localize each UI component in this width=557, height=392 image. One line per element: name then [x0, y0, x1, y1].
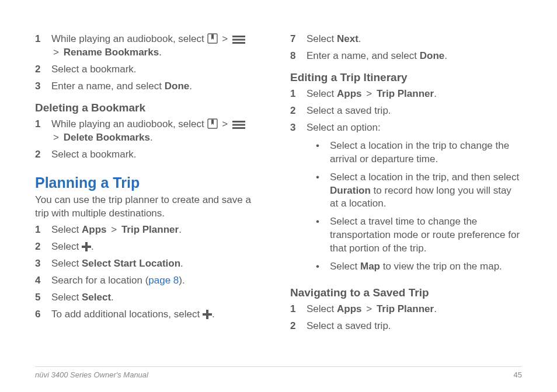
- step-number: 8: [290, 50, 307, 63]
- step-number: 2: [35, 148, 51, 162]
- heading-navigating-saved-trip: Navigating to a Saved Trip: [290, 286, 522, 299]
- heading-editing-itinerary: Editing a Trip Itinerary: [290, 71, 522, 84]
- text-run: Select a location in the trip, and then …: [330, 172, 519, 183]
- text-run: .: [189, 80, 192, 92]
- step-text: Select Next.: [307, 33, 522, 46]
- bullet-item: •Select a location in the trip, and then…: [312, 171, 522, 211]
- text-run: .: [212, 309, 215, 320]
- text-run: Search for a location (: [51, 275, 148, 286]
- step-number: 1: [290, 88, 307, 101]
- list-item: 1 Select Apps > Trip Planner.: [290, 303, 522, 316]
- plus-icon: [82, 242, 91, 251]
- list-item: 3 Select Select Start Location.: [35, 257, 267, 271]
- text-run: .: [159, 47, 162, 58]
- step-number: 2: [290, 104, 307, 118]
- svg-rect-7: [232, 127, 245, 129]
- step-text: Select a bookmark.: [51, 148, 267, 162]
- manual-page: 1 While playing an audiobook, select > >…: [0, 0, 557, 392]
- bold-text: Done: [420, 50, 445, 61]
- text-run: Select: [51, 241, 82, 252]
- edit-options-list: •Select a location in the trip to change…: [307, 139, 522, 274]
- step-text: Select an option: •Select a location in …: [307, 121, 522, 278]
- step-number: 1: [35, 223, 51, 237]
- separator: >: [53, 132, 59, 143]
- bullet-item: •Select a travel time to change the tran…: [312, 215, 522, 256]
- step-text: Search for a location (page 8).: [51, 274, 267, 288]
- bold-text: Delete Bookmarks: [64, 132, 150, 143]
- bold-text: Trip Planner: [377, 88, 434, 99]
- bold-text: Rename Bookmarks: [64, 47, 159, 58]
- step-number: 7: [290, 33, 307, 46]
- bullet-dot: •: [312, 260, 330, 274]
- planning-intro: You can use the trip planner to create a…: [35, 194, 267, 220]
- svg-rect-11: [203, 313, 212, 316]
- text-run: .: [444, 50, 447, 61]
- bold-text: Map: [360, 261, 380, 272]
- text-run: While playing an audiobook, select: [51, 33, 207, 44]
- step-number: 1: [35, 33, 51, 46]
- list-item: 3 Enter a name, and select Done.: [35, 80, 267, 93]
- bullet-text: Select a travel time to change the trans…: [330, 215, 522, 256]
- menu-icon: [232, 121, 245, 129]
- svg-rect-5: [232, 121, 245, 123]
- planning-trip-steps: 1 Select Apps > Trip Planner. 2 Select .…: [35, 223, 267, 321]
- bullet-text: Select a location in the trip, and then …: [330, 171, 522, 211]
- separator: >: [366, 88, 372, 99]
- step-text: While playing an audiobook, select > > R…: [51, 33, 267, 60]
- list-item: 2 Select a saved trip.: [290, 320, 522, 333]
- step-text: Select Select Start Location.: [51, 257, 267, 271]
- list-item: 1 Select Apps > Trip Planner.: [35, 223, 267, 237]
- columns: 1 While playing an audiobook, select > >…: [35, 29, 522, 337]
- bookmark-ribbon-icon: [207, 33, 218, 44]
- text-run: Enter a name, and select: [51, 80, 165, 92]
- step-text: Select Select.: [51, 291, 267, 304]
- footer-title: nüvi 3400 Series Owner's Manual: [35, 370, 148, 379]
- step-number: 3: [35, 257, 51, 271]
- step-number: 4: [35, 274, 51, 288]
- text-run: to view the trip on the map.: [380, 261, 502, 272]
- text-run: Select: [330, 261, 360, 272]
- list-item: 2 Select a saved trip.: [290, 104, 522, 118]
- separator: >: [53, 47, 59, 58]
- text-run: While playing an audiobook, select: [51, 118, 207, 130]
- list-item: 7 Select Next.: [290, 33, 522, 46]
- text-run: .: [111, 292, 114, 303]
- step-text: Enter a name, and select Done.: [307, 50, 522, 63]
- text-run: .: [434, 303, 437, 314]
- list-item: 2 Select .: [35, 240, 267, 254]
- step-text: Enter a name, and select Done.: [51, 80, 267, 93]
- svg-rect-2: [232, 39, 245, 41]
- list-item: 2 Select a bookmark.: [35, 63, 267, 76]
- bold-text: Next: [337, 33, 358, 44]
- page-footer: nüvi 3400 Series Owner's Manual 45: [35, 366, 522, 379]
- text-run: .: [180, 258, 183, 269]
- step-text: Select Apps > Trip Planner.: [307, 88, 522, 101]
- svg-rect-9: [82, 246, 91, 248]
- bullet-text: Select Map to view the trip on the map.: [330, 260, 502, 274]
- step-text: Select Apps > Trip Planner.: [51, 223, 267, 237]
- text-run: .: [150, 132, 153, 143]
- bullet-dot: •: [312, 171, 330, 184]
- page-link[interactable]: page 8: [148, 275, 179, 286]
- bold-text: Apps: [337, 303, 362, 314]
- text-run: .: [358, 33, 361, 44]
- list-item: 6 To add additional locations, select .: [35, 308, 267, 321]
- list-item: 1 Select Apps > Trip Planner.: [290, 88, 522, 101]
- heading-deleting-bookmark: Deleting a Bookmark: [35, 102, 267, 114]
- bookmark-ribbon-icon: [207, 118, 218, 129]
- text-run: Select: [307, 33, 337, 44]
- left-column: 1 While playing an audiobook, select > >…: [35, 29, 267, 337]
- step-text: Select .: [51, 240, 267, 254]
- step-text: While playing an audiobook, select > > D…: [51, 118, 267, 145]
- list-item: 4 Search for a location (page 8).: [35, 274, 267, 288]
- step-number: 2: [35, 240, 51, 254]
- bold-text: Duration: [330, 185, 371, 196]
- text-run: Select: [307, 303, 337, 314]
- step-text: Select a saved trip.: [307, 104, 522, 118]
- separator: >: [366, 303, 372, 314]
- heading-planning-trip: Planning a Trip: [35, 174, 267, 191]
- svg-rect-1: [232, 36, 245, 37]
- step-number: 6: [35, 308, 51, 321]
- separator: >: [222, 118, 228, 130]
- list-item: 2 Select a bookmark.: [35, 148, 267, 162]
